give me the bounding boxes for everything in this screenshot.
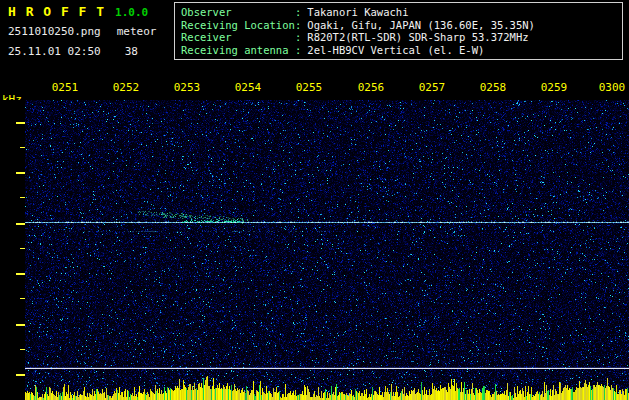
info-row: Receiving antenna:2el-HB9CV Vertical (el… [181, 44, 622, 57]
datetime: 25.11.01 02:50 [8, 45, 101, 58]
info-label: Receiving Location [181, 19, 295, 32]
date-row: 25.11.01 02:5038 [8, 45, 156, 58]
info-label: Observer [181, 6, 295, 19]
mode-label: meteor [117, 25, 157, 38]
output-filename: 2511010250.png [8, 25, 101, 38]
app-version: 1.0.0 [115, 6, 148, 19]
file-row: 2511010250.pngmeteor [8, 25, 156, 38]
app-title: H R O F F T [8, 4, 105, 19]
header-left: H R O F F T1.0.0 2511010250.pngmeteor 25… [8, 4, 156, 58]
info-colon: : [295, 6, 301, 19]
time-label: 0252 [113, 81, 140, 94]
info-label: Receiving antenna [181, 44, 295, 57]
info-row: Receiving Location:Ogaki, Gifu, JAPAN (1… [181, 19, 622, 32]
spectrogram-canvas [0, 100, 629, 400]
time-label: 0255 [296, 81, 323, 94]
info-value: 2el-HB9CV Vertical (el. E-W) [307, 44, 484, 57]
info-value: Takanori Kawachi [307, 6, 408, 19]
info-colon: : [295, 44, 301, 57]
info-value: R820T2(RTL-SDR) SDR-Sharp 53.372MHz [307, 31, 528, 44]
info-row: Observer:Takanori Kawachi [181, 6, 622, 19]
time-label: 0300 [599, 81, 626, 94]
info-value: Ogaki, Gifu, JAPAN (136.60E, 35.35N) [307, 19, 535, 32]
info-row: Receiver:R820T2(RTL-SDR) SDR-Sharp 53.37… [181, 31, 622, 44]
title-row: H R O F F T1.0.0 [8, 4, 156, 19]
time-label: 0253 [174, 81, 201, 94]
info-label: Receiver [181, 31, 295, 44]
hrofft-window: H R O F F T1.0.0 2511010250.pngmeteor 25… [0, 0, 629, 400]
time-label: 0257 [419, 81, 446, 94]
time-label: 0256 [358, 81, 385, 94]
time-label: 0259 [541, 81, 568, 94]
observer-info-panel: Observer:Takanori Kawachi Receiving Loca… [174, 2, 623, 60]
time-label: 0254 [235, 81, 262, 94]
time-label: 0251 [52, 81, 79, 94]
time-label: 0258 [480, 81, 507, 94]
echo-count: 38 [125, 45, 138, 58]
info-colon: : [295, 31, 301, 44]
info-colon: : [295, 19, 301, 32]
